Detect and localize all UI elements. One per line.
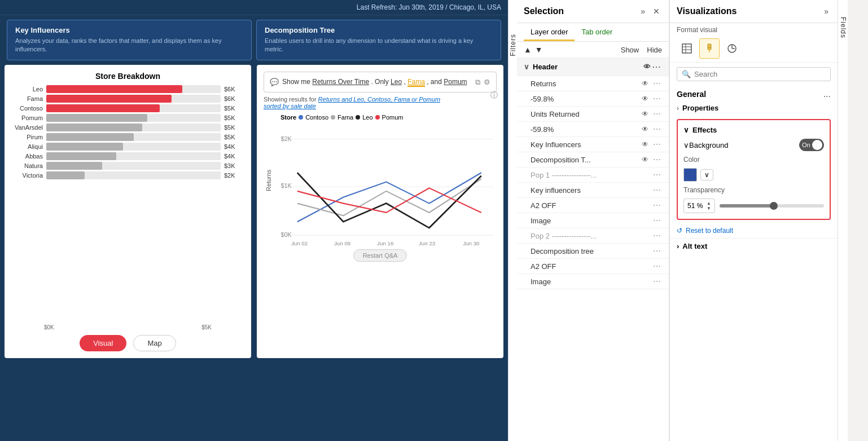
item-dots-btn[interactable]: ⋯ <box>652 201 662 210</box>
qa-settings-icon[interactable]: ⚙ <box>484 77 490 88</box>
tab-layer-order[interactable]: Layer order <box>524 23 575 41</box>
item-dots-btn[interactable]: ⋯ <box>652 140 662 149</box>
selection-close-btn[interactable]: ✕ <box>651 6 662 17</box>
restart-qa-button[interactable]: Restart Q&A <box>353 249 407 262</box>
background-row: ∨ Background On <box>678 136 830 153</box>
bar-value: $3K <box>224 162 242 169</box>
item-dots-btn[interactable]: ⋯ <box>652 277 662 286</box>
map-button[interactable]: Map <box>133 335 176 351</box>
fields-label: Fields <box>839 17 847 38</box>
item-dots-btn[interactable]: ⋯ <box>652 246 662 255</box>
fields-panel[interactable]: Fields <box>838 0 848 441</box>
item-dots-btn[interactable]: ⋯ <box>652 94 662 103</box>
bar-track <box>46 171 221 179</box>
bar-fill <box>46 152 116 160</box>
analytics-icon-btn[interactable] <box>722 38 742 59</box>
list-item[interactable]: Units Returned 👁 ⋯ <box>517 107 669 122</box>
hide-btn[interactable]: Hide <box>647 46 662 54</box>
tab-tab-order[interactable]: Tab order <box>575 23 619 41</box>
list-item[interactable]: A2 OFF ⋯ <box>517 198 669 213</box>
key-influencers-card[interactable]: Key Influencers Analyzes your data, rank… <box>7 20 252 60</box>
viz-expand-btn[interactable]: » <box>822 6 831 17</box>
viz-panel-header: Visualizations » <box>670 0 838 23</box>
x-axis: $0K $5K <box>11 322 244 330</box>
legend-dot-leo <box>356 115 360 120</box>
bar-track <box>46 162 221 170</box>
line-chart: $2K $1K $0K Returns Jun 02 Jun 09 <box>264 123 497 247</box>
bar-value: $5K <box>224 134 242 140</box>
list-item[interactable]: Image ⋯ <box>517 213 669 228</box>
bar-fill <box>46 85 182 93</box>
selection-group-header[interactable]: ∨ Header 👁 ⋯ <box>517 58 669 76</box>
canvas-area: Last Refresh: Jun 30th, 2019 / Chicago, … <box>0 0 508 441</box>
bar-row: Victoria $2K <box>14 171 242 179</box>
list-item[interactable]: Pop 1 ----------------... ⋯ <box>517 167 669 183</box>
transparency-input[interactable]: 51 % ▲ ▼ <box>683 199 715 213</box>
list-item[interactable]: -59.8% 👁 ⋯ <box>517 122 669 137</box>
color-row: Color <box>678 153 830 166</box>
alt-text-row[interactable]: › Alt text <box>670 238 838 254</box>
item-dots-btn[interactable]: ⋯ <box>652 216 662 225</box>
group-chevron: ∨ <box>524 63 529 71</box>
color-swatch[interactable] <box>683 168 697 182</box>
slider-knob[interactable] <box>770 202 778 210</box>
eye-icon: 👁 <box>642 110 648 118</box>
table-icon-btn[interactable] <box>677 38 697 59</box>
item-dots-btn[interactable]: ⋯ <box>652 155 662 164</box>
reset-row[interactable]: ↺ Reset to default <box>670 223 838 238</box>
bar-fill <box>46 104 160 112</box>
qa-input-box[interactable]: 💬 Show me Returns Over Time . Only Leo ,… <box>264 72 497 93</box>
transparency-slider[interactable] <box>720 204 824 208</box>
item-dots-btn[interactable]: ⋯ <box>652 109 662 118</box>
viz-panel: Visualizations » Format visual 🔍 General… <box>669 0 838 441</box>
transparency-label: Transparency <box>683 186 725 194</box>
qa-copy-icon[interactable]: ⧉ <box>475 77 480 88</box>
item-dots-btn[interactable]: ⋯ <box>652 186 662 195</box>
bar-value: $4K <box>224 143 242 150</box>
svg-text:$1K: $1K <box>280 183 292 189</box>
item-dots-btn[interactable]: ⋯ <box>652 79 662 88</box>
item-dots-btn[interactable]: ⋯ <box>652 231 662 240</box>
bar-fill <box>46 95 172 103</box>
color-dropdown-btn[interactable]: ∨ <box>700 169 713 180</box>
visual-button[interactable]: Visual <box>80 335 126 351</box>
group-dots-btn[interactable]: ⋯ <box>651 61 662 72</box>
list-item[interactable]: A2 OFF ⋯ <box>517 259 669 274</box>
move-up-btn[interactable]: ▲ <box>524 45 532 54</box>
filters-tab[interactable]: Filters <box>508 0 517 441</box>
qa-showing: Showing results for Returns and Leo, Con… <box>264 96 497 109</box>
decomposition-tree-desc: Enables users to drill into any dimensio… <box>265 37 493 54</box>
svg-rect-17 <box>708 44 711 50</box>
store-breakdown-title: Store Breakdown <box>11 72 244 81</box>
general-dots-btn[interactable]: ... <box>823 89 831 99</box>
item-dots-btn[interactable]: ⋯ <box>652 262 662 271</box>
search-input[interactable] <box>694 70 826 78</box>
bar-label: Victoria <box>14 172 43 179</box>
general-section-label: General ... <box>670 86 838 100</box>
properties-row[interactable]: › Properties <box>670 100 838 116</box>
selection-tabs: Layer order Tab order <box>517 23 669 42</box>
svg-text:Jun 16: Jun 16 <box>377 240 393 246</box>
bar-track <box>46 133 221 141</box>
list-item[interactable]: Key influencers ⋯ <box>517 183 669 198</box>
list-item[interactable]: Returns 👁 ⋯ <box>517 76 669 91</box>
list-item[interactable]: Image ⋯ <box>517 274 669 289</box>
list-item[interactable]: Decomposition tree ⋯ <box>517 244 669 259</box>
background-toggle[interactable]: On <box>799 139 824 151</box>
selection-expand-btn[interactable]: » <box>638 6 647 17</box>
list-item[interactable]: -59.8% 👁 ⋯ <box>517 91 669 107</box>
brush-icon-btn[interactable] <box>699 38 720 59</box>
effects-label: Effects <box>692 126 717 134</box>
top-bar: Last Refresh: Jun 30th, 2019 / Chicago, … <box>0 0 508 15</box>
item-name: A2 OFF <box>531 262 648 271</box>
list-item[interactable]: Pop 2 ----------------... ⋯ <box>517 228 669 244</box>
item-dots-btn[interactable]: ⋯ <box>652 170 662 179</box>
move-down-btn[interactable]: ▼ <box>535 45 543 54</box>
item-dots-btn[interactable]: ⋯ <box>652 125 662 134</box>
show-btn[interactable]: Show <box>621 46 639 54</box>
bar-value: $2K <box>224 172 242 179</box>
list-item[interactable]: Decomposition T... 👁 ⋯ <box>517 152 669 167</box>
bar-track <box>46 114 221 122</box>
decomposition-tree-card[interactable]: Decomposition Tree Enables users to dril… <box>256 20 501 60</box>
list-item[interactable]: Key Influencers 👁 ⋯ <box>517 137 669 152</box>
